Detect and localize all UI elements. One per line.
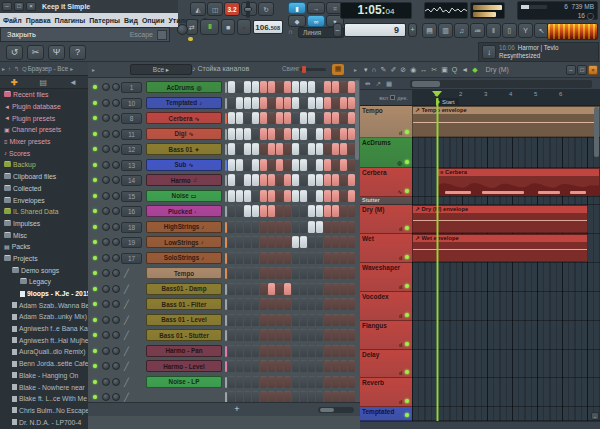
volume-knob[interactable]	[112, 393, 120, 401]
step-cell[interactable]	[284, 236, 291, 248]
step-cell[interactable]	[308, 314, 315, 326]
track-header[interactable]: AcDrums◎	[360, 138, 412, 168]
rack-filter-select[interactable]: Все ▸	[130, 64, 192, 75]
step-cell[interactable]	[228, 205, 235, 217]
channel-number-button[interactable]: 14	[121, 175, 142, 186]
browser-item-blake-ft-l-ce-with-me[interactable]: Blake ft. L..ce With Me	[0, 393, 88, 405]
mute-indicator[interactable]	[225, 284, 227, 295]
step-cell[interactable]	[316, 159, 323, 171]
playlist-minimize-button[interactable]: –	[566, 65, 576, 75]
step-cell[interactable]	[340, 283, 347, 295]
step-cell[interactable]	[284, 298, 291, 310]
step-cell[interactable]	[348, 190, 355, 202]
step-cell[interactable]	[260, 360, 267, 372]
step-cell[interactable]	[300, 221, 307, 233]
channel-name-button[interactable]: Harmo♫	[146, 174, 222, 186]
time-display[interactable]: 1:05:04	[340, 2, 412, 19]
volume-knob[interactable]	[112, 99, 120, 107]
step-cell[interactable]	[284, 267, 291, 279]
mute-indicator[interactable]	[225, 113, 227, 124]
step-cell[interactable]	[300, 283, 307, 295]
grid-icon[interactable]: ▦	[386, 80, 392, 88]
channel-enable-led[interactable]	[93, 395, 97, 399]
step-cell[interactable]	[268, 252, 275, 264]
track-lane[interactable]: ≡ Cerbera	[412, 168, 600, 197]
step-cell[interactable]	[260, 81, 267, 93]
step-cell[interactable]	[340, 81, 347, 93]
channel-name-button[interactable]: LowStrings♪	[146, 236, 222, 248]
main-volume-slider[interactable]	[246, 1, 250, 18]
pan-knob[interactable]	[102, 83, 110, 91]
step-cell[interactable]	[236, 298, 243, 310]
volume-knob[interactable]	[112, 285, 120, 293]
step-cell[interactable]	[228, 376, 235, 388]
step-cell[interactable]	[332, 221, 339, 233]
rack-vscrollbar[interactable]	[355, 80, 359, 160]
speaker-icon[interactable]: ◄	[69, 78, 77, 87]
step-cell[interactable]	[348, 221, 355, 233]
step-cell[interactable]	[276, 174, 283, 186]
step-cell[interactable]	[260, 314, 267, 326]
volume-knob[interactable]	[112, 207, 120, 215]
step-cell[interactable]	[252, 376, 259, 388]
step-cell[interactable]	[300, 329, 307, 341]
step-cell[interactable]	[276, 81, 283, 93]
step-cell[interactable]	[332, 236, 339, 248]
repeat-button[interactable]: ⇄	[186, 19, 198, 35]
step-cell[interactable]	[316, 190, 323, 202]
browser-item-adam-szab-unky-mix[interactable]: Adam Szab..unky Mix)	[0, 311, 88, 323]
step-cell[interactable]	[268, 283, 275, 295]
step-cell[interactable]	[252, 128, 259, 140]
step-cell[interactable]	[244, 267, 251, 279]
step-cell[interactable]	[348, 283, 355, 295]
step-cell[interactable]	[252, 298, 259, 310]
volume-knob[interactable]	[112, 192, 120, 200]
step-cell[interactable]	[252, 267, 259, 279]
add-channel-button[interactable]: +	[228, 405, 246, 415]
step-cell[interactable]	[276, 128, 283, 140]
step-cell[interactable]	[268, 205, 275, 217]
step-cell[interactable]	[252, 221, 259, 233]
pattern-prev-button[interactable]: –	[333, 23, 342, 37]
mute-indicator[interactable]	[225, 222, 227, 233]
step-cell[interactable]	[324, 128, 331, 140]
step-cell[interactable]	[244, 252, 251, 264]
volume-knob[interactable]	[112, 130, 120, 138]
mute-indicator[interactable]	[225, 82, 227, 93]
step-cell[interactable]	[228, 298, 235, 310]
playlist-maximize-button[interactable]: □	[577, 65, 587, 75]
step-cell[interactable]	[332, 205, 339, 217]
browser-item-recent-files[interactable]: Recent files	[0, 89, 88, 101]
browser-item-plugin-presets[interactable]: ◄Plugin presets	[0, 112, 88, 124]
step-seq-view-button[interactable]: ▥	[438, 23, 453, 38]
step-cell[interactable]	[228, 97, 235, 109]
step-cell[interactable]	[260, 267, 267, 279]
mute-indicator[interactable]	[225, 98, 227, 109]
step-cell[interactable]	[252, 252, 259, 264]
step-cell[interactable]	[268, 221, 275, 233]
step-cell[interactable]	[324, 252, 331, 264]
volume-knob[interactable]	[112, 362, 120, 370]
song-mode-button[interactable]: →	[307, 2, 325, 14]
pattern-mode-button[interactable]: ▮	[288, 2, 306, 14]
browser-item-projects[interactable]: Projects	[0, 253, 88, 265]
step-cell[interactable]	[260, 329, 267, 341]
track-mute-led[interactable]	[405, 313, 409, 317]
step-cell[interactable]	[308, 159, 315, 171]
browser-item-auraquali-dio-remix[interactable]: AuraQuali..dio Remix)	[0, 346, 88, 358]
step-cell[interactable]	[244, 329, 251, 341]
step-cell[interactable]	[268, 112, 275, 124]
step-cell[interactable]	[348, 236, 355, 248]
pan-knob[interactable]	[102, 223, 110, 231]
bpm-display[interactable]: 106.508	[253, 20, 283, 34]
step-cell[interactable]	[284, 252, 291, 264]
step-cell[interactable]	[300, 190, 307, 202]
channel-enable-led[interactable]	[93, 85, 97, 89]
step-cell[interactable]	[228, 329, 235, 341]
mute-indicator[interactable]	[225, 361, 227, 372]
step-cell[interactable]	[332, 329, 339, 341]
rack-hscrollbar[interactable]	[318, 407, 354, 413]
step-cell[interactable]	[284, 159, 291, 171]
step-cell[interactable]	[260, 143, 267, 155]
step-cell[interactable]	[332, 360, 339, 372]
